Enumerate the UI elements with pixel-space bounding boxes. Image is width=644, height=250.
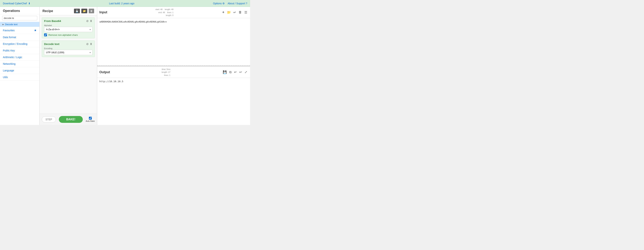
encoding-label: Encoding bbox=[44, 47, 92, 50]
recipe-title: Recipe bbox=[42, 9, 53, 13]
output-meta: time: 5ms length: 17 lines: 1 bbox=[162, 68, 170, 77]
output-upload-button[interactable]: ↵ bbox=[234, 70, 238, 74]
recipe-panel: Recipe 💾 📁 🗑 From Base64 ⊘ ⏸ Alphabet bbox=[40, 7, 97, 125]
recipe-toolbar: 💾 📁 🗑 bbox=[74, 9, 94, 13]
recipe-footer: STEP BAKE! Auto Bake bbox=[40, 114, 97, 125]
input-length-chars: length: 48 bbox=[165, 8, 173, 10]
output-header: Output time: 5ms length: 17 lines: 1 💾 ⧉… bbox=[97, 67, 250, 78]
search-box bbox=[0, 14, 40, 22]
step-disable-btn-1[interactable]: ⊘ bbox=[86, 20, 88, 22]
input-panel: Input start: 48 length: 48 end: 48 lines… bbox=[97, 7, 250, 66]
recipe-step-from-base64: From Base64 ⊘ ⏸ Alphabet A-Za-z0-9+/= Re… bbox=[42, 18, 95, 38]
recipe-step-header-1: From Base64 ⊘ ⏸ bbox=[44, 20, 92, 22]
encoding-select-wrapper: UTF-16LE (1200) bbox=[44, 50, 92, 55]
recipe-folder-button[interactable]: 📁 bbox=[81, 9, 87, 13]
output-length: length: 17 bbox=[162, 71, 170, 73]
output-save-button[interactable]: 💾 bbox=[222, 70, 228, 74]
main-layout: Operations ▶ Decode text Favourites★Data… bbox=[0, 7, 250, 125]
step-pause-btn-1[interactable]: ⏸ bbox=[90, 20, 92, 22]
input-toolbar: + 📁 ↵ 🗑 ☰ bbox=[222, 10, 248, 15]
sidebar-categories: Favourites★Data formatEncryption / Encod… bbox=[0, 27, 40, 125]
input-title: Input bbox=[99, 10, 107, 14]
alphabet-label: Alphabet bbox=[44, 24, 92, 26]
download-icon: ⬇ bbox=[28, 2, 30, 5]
options-icon: ⚙ bbox=[222, 2, 225, 5]
favourites-star-icon: ★ bbox=[34, 28, 36, 32]
recipe-step-decode-text: Decode text ⊘ ⏸ Encoding UTF-16LE (1200) bbox=[42, 40, 95, 57]
sidebar-category-public-key[interactable]: Public Key bbox=[0, 47, 40, 54]
recipe-step-title-2: Decode text bbox=[44, 42, 60, 46]
output-copy-button[interactable]: ⧉ bbox=[228, 70, 232, 74]
input-columns-button[interactable]: ☰ bbox=[244, 10, 248, 15]
step-button[interactable]: STEP bbox=[42, 116, 56, 122]
sidebar: Operations ▶ Decode text Favourites★Data… bbox=[0, 7, 40, 125]
download-cyberchef[interactable]: Download CyberChef ⬇ bbox=[3, 2, 30, 5]
encoding-select[interactable]: UTF-16LE (1200) bbox=[44, 50, 92, 55]
header-right-actions: Options ⚙ About / Support ? bbox=[213, 2, 247, 5]
recipe-content: From Base64 ⊘ ⏸ Alphabet A-Za-z0-9+/= Re… bbox=[40, 15, 97, 114]
alphabet-select[interactable]: A-Za-z0-9+/= bbox=[44, 27, 92, 32]
input-end: end: 48 bbox=[158, 11, 165, 14]
input-header: Input start: 48 length: 48 end: 48 lines… bbox=[97, 7, 250, 18]
output-undo-button[interactable]: ↩ bbox=[238, 70, 243, 74]
download-label: Download CyberChef bbox=[3, 2, 27, 5]
recipe-delete-button[interactable]: 🗑 bbox=[89, 9, 94, 13]
build-info: Last build: 2 years ago bbox=[109, 2, 134, 5]
about-link[interactable]: About / Support ? bbox=[228, 2, 247, 5]
sidebar-category-encryption-encoding[interactable]: Encryption / Encoding bbox=[0, 41, 40, 47]
input-content[interactable]: aAB0AHQAcAA6AC8ALwAxADAALgAxADAALgAxADAA… bbox=[97, 18, 250, 65]
output-time: time: 5ms bbox=[162, 68, 170, 70]
output-title: Output bbox=[99, 70, 110, 74]
sidebar-title: Operations bbox=[0, 7, 40, 14]
auto-bake-label: Auto Bake bbox=[86, 120, 95, 122]
input-lines: lines: 1 bbox=[167, 11, 174, 14]
sidebar-category-networking[interactable]: Networking bbox=[0, 60, 40, 67]
input-add-button[interactable]: + bbox=[222, 10, 225, 15]
auto-bake-checkbox[interactable] bbox=[89, 117, 92, 120]
output-panel: Output time: 5ms length: 17 lines: 1 💾 ⧉… bbox=[97, 67, 250, 125]
sidebar-category-utils[interactable]: Utils bbox=[0, 74, 40, 80]
bake-button[interactable]: BAKE! bbox=[59, 116, 83, 123]
sidebar-category-arithmetic-logic[interactable]: Arithmetic / Logic bbox=[0, 54, 40, 60]
app-header: Download CyberChef ⬇ Last build: 2 years… bbox=[0, 0, 250, 7]
sidebar-category-language[interactable]: Language bbox=[0, 67, 40, 74]
step-controls-1: ⊘ ⏸ bbox=[86, 20, 92, 22]
io-container: Input start: 48 length: 48 end: 48 lines… bbox=[97, 7, 250, 125]
remove-nonalpha-label: Remove non-alphabet chars bbox=[48, 34, 78, 36]
step-disable-btn-2[interactable]: ⊘ bbox=[86, 43, 88, 46]
recipe-step-header-2: Decode text ⊘ ⏸ bbox=[44, 42, 92, 46]
step-pause-btn-2[interactable]: ⏸ bbox=[90, 43, 92, 46]
auto-bake-wrapper: Auto Bake bbox=[86, 117, 95, 122]
result-arrow-icon: ▶ bbox=[2, 24, 4, 25]
step-controls-2: ⊘ ⏸ bbox=[86, 43, 92, 46]
search-result-decode-text[interactable]: ▶ Decode text bbox=[0, 22, 40, 27]
recipe-step-title-1: From Base64 bbox=[44, 20, 61, 22]
remove-nonalpha-checkbox[interactable] bbox=[44, 34, 47, 36]
input-folder-button[interactable]: 📁 bbox=[226, 10, 232, 15]
output-toolbar: 💾 ⧉ ↵ ↩ ⤢ bbox=[222, 70, 248, 74]
input-upload-button[interactable]: ↵ bbox=[233, 10, 237, 15]
alphabet-select-wrapper: A-Za-z0-9+/= bbox=[44, 27, 92, 32]
sidebar-category-favourites[interactable]: Favourites★ bbox=[0, 27, 40, 34]
sidebar-category-data-format[interactable]: Data format bbox=[0, 34, 40, 41]
input-length-lines: length: 0 bbox=[166, 14, 174, 16]
input-meta: start: 48 length: 48 end: 48 lines: 1 le… bbox=[155, 8, 173, 17]
output-expand-button[interactable]: ⤢ bbox=[244, 70, 248, 74]
input-delete-button[interactable]: 🗑 bbox=[238, 10, 242, 14]
output-lines: lines: 1 bbox=[164, 74, 170, 76]
search-input[interactable] bbox=[2, 16, 37, 20]
about-icon: ? bbox=[246, 2, 247, 5]
search-result-label: Decode text bbox=[5, 23, 18, 26]
input-start: start: 48 bbox=[155, 8, 162, 10]
recipe-header: Recipe 💾 📁 🗑 bbox=[40, 7, 97, 15]
options-link[interactable]: Options ⚙ bbox=[213, 2, 225, 5]
remove-nonalpha-row: Remove non-alphabet chars bbox=[44, 34, 92, 36]
recipe-save-button[interactable]: 💾 bbox=[74, 9, 80, 13]
output-content: http://10.10.10.5 bbox=[97, 78, 250, 125]
